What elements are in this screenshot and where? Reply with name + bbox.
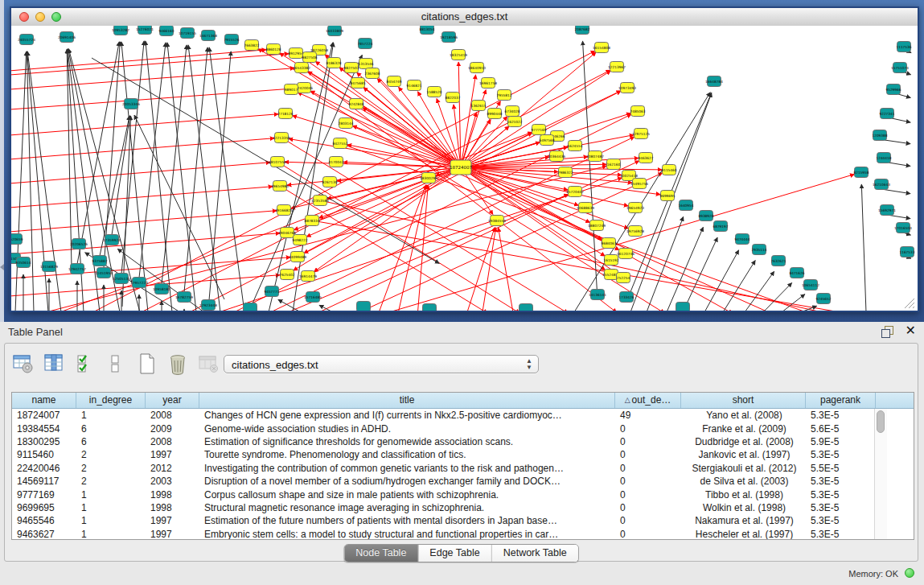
- cited-node[interactable]: 10688639: [577, 203, 594, 213]
- cited-node[interactable]: 8427552: [332, 138, 347, 149]
- column-header-pagerank[interactable]: pagerank: [806, 393, 876, 408]
- citing-node[interactable]: 20206526: [70, 239, 88, 249]
- citing-node[interactable]: 7857224: [357, 39, 372, 49]
- cited-node[interactable]: 7663822: [244, 40, 259, 51]
- citing-node[interactable]: [357, 302, 371, 311]
- table-cell[interactable]: 9777169: [12, 489, 76, 501]
- citing-node[interactable]: 10953287: [112, 26, 129, 35]
- citation-edge-red[interactable]: [320, 200, 836, 311]
- table-cell[interactable]: 6: [76, 436, 146, 447]
- citation-edge-black[interactable]: [885, 140, 910, 144]
- cited-node[interactable]: 18640910: [468, 63, 486, 73]
- cited-node[interactable]: 9498222: [292, 235, 307, 245]
- table-row[interactable]: 1456911722003Disruption of a novel membe…: [12, 475, 914, 488]
- cited-node[interactable]: 18107554: [269, 157, 286, 167]
- close-panel-icon[interactable]: ✕: [906, 323, 916, 338]
- cited-node[interactable]: 1362615: [470, 101, 486, 111]
- citing-node[interactable]: 20053346: [122, 99, 140, 109]
- citation-edge-black[interactable]: [77, 42, 119, 264]
- citing-node[interactable]: 1640954: [678, 200, 693, 211]
- table-row[interactable]: 1872400712008Changes of HCN gene express…: [12, 409, 914, 422]
- citing-node[interactable]: 9227341: [879, 109, 894, 119]
- table-cell[interactable]: 9115460: [12, 449, 76, 460]
- table-cell[interactable]: Investigating the contribution of common…: [199, 463, 615, 474]
- cited-node[interactable]: 9463627: [638, 153, 653, 163]
- citation-edge-red[interactable]: [132, 70, 610, 311]
- cited-node[interactable]: 10807487: [586, 151, 604, 162]
- table-cell[interactable]: 2: [76, 463, 146, 474]
- citation-graph[interactable]: 2405572420691406109532871527602194661601…: [11, 26, 918, 311]
- table-cell[interactable]: 1998: [146, 489, 199, 501]
- citing-node[interactable]: 16782759: [175, 292, 193, 303]
- citation-edge-black[interactable]: [184, 47, 207, 292]
- cited-node[interactable]: 12213967: [608, 62, 626, 72]
- panel-collapse-arrow-icon[interactable]: [0, 264, 4, 270]
- citing-node[interactable]: 19218596: [440, 32, 458, 43]
- cited-node[interactable]: 7986322: [557, 167, 573, 178]
- cited-node[interactable]: 9827503: [343, 63, 359, 73]
- cited-node[interactable]: 8822037: [445, 93, 460, 103]
- table-cell[interactable]: de Silva et al. (2003): [681, 476, 806, 487]
- tab-node-table[interactable]: Node Table: [344, 545, 418, 562]
- cited-node[interactable]: 12975125: [632, 129, 650, 139]
- citation-edge-red[interactable]: [11, 54, 289, 76]
- cited-node[interactable]: 8267130: [322, 177, 337, 187]
- citing-node[interactable]: 1209388: [872, 130, 887, 141]
- cited-node[interactable]: 2367608: [364, 68, 380, 79]
- citing-node[interactable]: 16210643: [873, 179, 890, 190]
- table-mode-icon[interactable]: [11, 352, 35, 376]
- citing-node[interactable]: 9466160: [158, 26, 174, 36]
- citing-node[interactable]: 16648784: [705, 76, 723, 87]
- citation-edge-red[interactable]: [298, 93, 461, 167]
- cited-node[interactable]: 16914479: [299, 271, 317, 282]
- citation-edge-black[interactable]: [167, 43, 196, 311]
- citation-edge-red[interactable]: [11, 114, 278, 136]
- cited-node[interactable]: 1313546: [358, 59, 373, 69]
- citation-edge-black[interactable]: [763, 282, 792, 311]
- citation-edge-red[interactable]: [11, 89, 297, 110]
- cited-node[interactable]: 8878334: [304, 216, 319, 226]
- citation-edge-red[interactable]: [11, 187, 273, 208]
- table-cell[interactable]: Hescheler et al. (1997): [681, 529, 806, 540]
- cited-node[interactable]: 24099489: [289, 252, 306, 262]
- tab-edge-table[interactable]: Edge Table: [418, 545, 491, 562]
- table-cell[interactable]: Estimation of the future numbers of pati…: [199, 515, 615, 526]
- citing-node[interactable]: 1117536: [896, 42, 911, 52]
- table-cell[interactable]: Disruption of a novel member of a sodium…: [199, 476, 615, 487]
- citation-edge-red[interactable]: [11, 211, 277, 233]
- row-selection-icon[interactable]: [73, 352, 97, 376]
- table-cell[interactable]: 0: [615, 436, 681, 447]
- citing-node[interactable]: 8813054: [419, 26, 434, 35]
- new-column-icon[interactable]: [135, 352, 159, 376]
- citation-edge-black[interactable]: [209, 47, 244, 311]
- table-cell[interactable]: Structural magnetic resonance image aver…: [199, 502, 615, 513]
- citation-edge-black[interactable]: [121, 42, 148, 311]
- citing-node[interactable]: 8471626: [789, 268, 804, 278]
- citing-node[interactable]: 6879197: [713, 221, 728, 232]
- table-cell[interactable]: 1: [76, 502, 146, 513]
- cited-node[interactable]: 7485063: [630, 106, 645, 117]
- cited-node[interactable]: 1621022: [507, 117, 522, 127]
- show-columns-icon[interactable]: [42, 352, 66, 376]
- table-scrollbar[interactable]: [874, 409, 887, 539]
- citing-node[interactable]: 9457771: [264, 286, 279, 297]
- citing-node[interactable]: 16033809: [326, 26, 343, 36]
- citing-node[interactable]: 13156829: [40, 262, 58, 272]
- table-cell[interactable]: 5.9E-5: [806, 436, 876, 447]
- table-cell[interactable]: 9699695: [12, 502, 76, 513]
- column-header-out_de[interactable]: △out_de…: [615, 393, 681, 408]
- citing-node[interactable]: 9529966: [885, 84, 901, 95]
- table-cell[interactable]: 0: [615, 529, 681, 540]
- cited-node[interactable]: 4170042: [328, 157, 343, 167]
- table-row[interactable]: 946362711997Embryonic stem cells: a mode…: [12, 528, 914, 540]
- cited-node[interactable]: 7625402: [279, 270, 294, 280]
- cited-node[interactable]: 10973493: [618, 83, 636, 93]
- network-window-titlebar[interactable]: citations_edges.txt: [11, 8, 918, 27]
- citation-edge-black[interactable]: [704, 250, 739, 311]
- cited-node[interactable]: 989017: [285, 84, 298, 95]
- table-cell[interactable]: 0: [615, 489, 681, 501]
- table-cell[interactable]: 1998: [146, 502, 199, 513]
- table-cell[interactable]: 19384554: [12, 423, 76, 435]
- citing-node[interactable]: 9245652: [815, 294, 831, 304]
- cited-node[interactable]: 8186328: [326, 58, 341, 68]
